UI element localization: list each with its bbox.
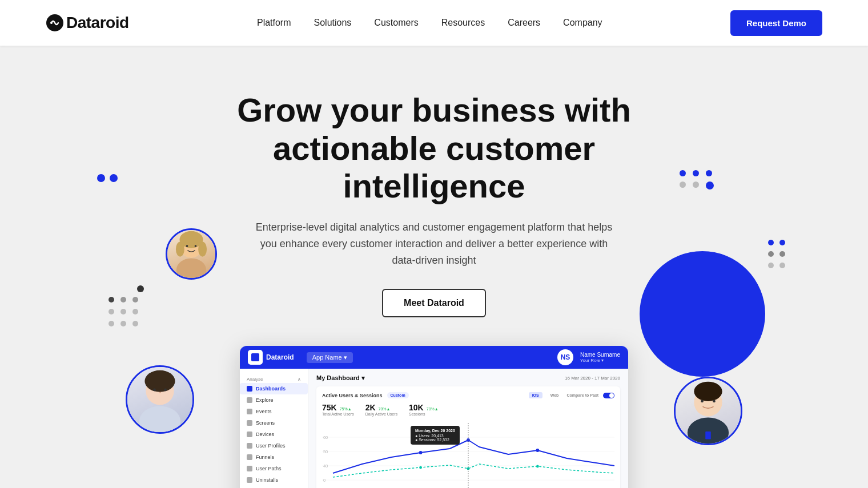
- avatar-top-left: [166, 228, 217, 280]
- dot-decoration: [120, 297, 126, 303]
- sidebar-item-uninstalls[interactable]: Uninstalls: [240, 474, 308, 486]
- dots-left-grid: [108, 297, 138, 326]
- nav-links: Platform Solutions Customers Resources C…: [257, 18, 602, 28]
- svg-point-3: [176, 258, 206, 278]
- sidebar-item-dashboards[interactable]: Dashboards: [240, 383, 308, 394]
- dot-decoration: [110, 174, 118, 182]
- svg-text:50: 50: [323, 449, 328, 454]
- svg-point-8: [186, 245, 188, 247]
- svg-point-31: [536, 449, 540, 452]
- stat-sessions: 10K 70%▲ Sessions: [409, 403, 439, 416]
- dots-right-mid: [768, 240, 785, 268]
- sidebar-item-events[interactable]: Events: [240, 406, 308, 417]
- svg-point-14: [164, 389, 167, 392]
- svg-point-18: [701, 400, 704, 403]
- svg-point-1: [50, 22, 53, 24]
- dot-decoration: [680, 182, 686, 188]
- request-demo-button[interactable]: Request Demo: [730, 10, 822, 36]
- chart-area: 0 40 50 60: [322, 423, 614, 488]
- dashboard-main: My Dashboard ▾ 16 Mar 2020 - 17 Mar 2020…: [308, 369, 628, 488]
- svg-point-30: [419, 451, 423, 454]
- hero-title: Grow your business with actionable custo…: [211, 91, 657, 205]
- dashboard-sidebar: Analyse ∧ Dashboards Explore Events: [240, 369, 308, 488]
- dashboard-user-avatar: NS: [557, 349, 573, 365]
- svg-point-33: [419, 466, 422, 469]
- chart-tooltip: Monday, Dec 20 2020 ● Users: 20,413 ● Se…: [411, 426, 460, 445]
- meet-dataroid-button[interactable]: Meet Dataroid: [382, 289, 486, 317]
- chart-header: Active Users & Sessions Custom iOS Web C…: [322, 392, 614, 398]
- dot-decoration: [132, 309, 138, 314]
- avatar-bottom-left: [126, 365, 194, 434]
- dot-decoration: [706, 170, 712, 176]
- chart-tag: Custom: [387, 392, 409, 398]
- sidebar-item-user-paths[interactable]: User Paths: [240, 463, 308, 474]
- hero-subtitle: Enterprise-level digital analytics and c…: [251, 219, 617, 268]
- dot-decoration: [120, 309, 126, 314]
- hero-section: Grow your business with actionable custo…: [0, 46, 868, 488]
- dashboard-app-name: App Name ▾: [307, 352, 353, 363]
- nav-customers[interactable]: Customers: [374, 18, 418, 27]
- dashboard-body: Analyse ∧ Dashboards Explore Events: [240, 369, 628, 488]
- dot-decoration: [97, 174, 105, 182]
- dot-decoration: [680, 170, 686, 176]
- avatar-right: [674, 377, 742, 445]
- dot-decoration: [108, 321, 114, 326]
- navbar: Dataroid Platform Solutions Customers Re…: [0, 0, 868, 46]
- dot-decoration: [768, 263, 774, 268]
- dots-left-top: [97, 174, 118, 182]
- dashboard-user-name: Name Surname Your Role ▾: [580, 352, 620, 363]
- nav-solutions[interactable]: Solutions: [314, 18, 352, 27]
- dot-decoration: [779, 251, 785, 257]
- nav-platform[interactable]: Platform: [257, 18, 291, 27]
- svg-point-12: [144, 370, 175, 392]
- hero-text: Grow your business with actionable custo…: [211, 91, 657, 317]
- sidebar-item-user-profiles[interactable]: User Profiles: [240, 440, 308, 451]
- sidebar-item-screens[interactable]: Screens: [240, 417, 308, 429]
- dot-decoration: [768, 251, 774, 257]
- svg-point-7: [198, 242, 207, 257]
- svg-point-19: [713, 400, 716, 403]
- svg-point-6: [176, 242, 184, 257]
- decorative-blue-circle: [640, 251, 765, 377]
- svg-point-17: [694, 382, 722, 401]
- chart-stats-row: 75K 75%▲ Total Active Users 2K 70%▲ Dail…: [322, 403, 614, 416]
- dot-decoration: [693, 182, 699, 188]
- dot-decoration: [108, 297, 114, 303]
- dot-decoration: [706, 182, 714, 189]
- dot-decoration: [779, 263, 785, 268]
- dashboard-main-header: My Dashboard ▾ 16 Mar 2020 - 17 Mar 2020: [316, 374, 620, 382]
- brand-name: Dataroid: [66, 14, 129, 32]
- dot-decoration: [779, 240, 785, 245]
- brand-logo[interactable]: Dataroid: [46, 14, 129, 32]
- stat-daily-active-users: 2K 70%▲ Daily Active Users: [365, 403, 397, 416]
- dots-right-top: [680, 170, 714, 189]
- dashboard-page-title: My Dashboard ▾: [316, 374, 365, 382]
- svg-rect-20: [705, 431, 711, 439]
- nav-resources[interactable]: Resources: [441, 18, 485, 27]
- dashboard-brand: Dataroid: [266, 353, 294, 361]
- dot-decoration: [132, 297, 138, 303]
- line-chart: 0 40 50 60: [322, 423, 614, 488]
- sidebar-item-devices[interactable]: Devices: [240, 429, 308, 440]
- svg-point-16: [688, 417, 729, 443]
- dot-decoration: [768, 240, 774, 245]
- svg-text:0: 0: [323, 478, 326, 483]
- dashboard-mockup: Dataroid App Name ▾ NS Name Surname Your…: [240, 346, 628, 488]
- dashboard-date-range: 16 Mar 2020 - 17 Mar 2020: [565, 376, 620, 381]
- nav-careers[interactable]: Careers: [508, 18, 540, 27]
- sidebar-item-explore[interactable]: Explore: [240, 394, 308, 406]
- dashboard-topbar: Dataroid App Name ▾ NS Name Surname Your…: [240, 346, 628, 369]
- dot-decoration: [137, 285, 144, 292]
- stat-total-active-users: 75K 75%▲ Total Active Users: [322, 403, 354, 416]
- dot-decoration: [132, 321, 138, 326]
- dot-decoration: [693, 170, 699, 176]
- sidebar-section-engage: Engage ∧: [240, 486, 308, 488]
- svg-text:40: 40: [323, 463, 328, 469]
- dot-decoration: [120, 321, 126, 326]
- sidebar-item-funnels[interactable]: Funnels: [240, 451, 308, 463]
- nav-company[interactable]: Company: [563, 18, 602, 27]
- svg-point-13: [153, 389, 156, 392]
- svg-point-9: [195, 245, 197, 247]
- sidebar-section-analyze: Analyse ∧: [240, 373, 308, 383]
- svg-point-34: [536, 465, 539, 468]
